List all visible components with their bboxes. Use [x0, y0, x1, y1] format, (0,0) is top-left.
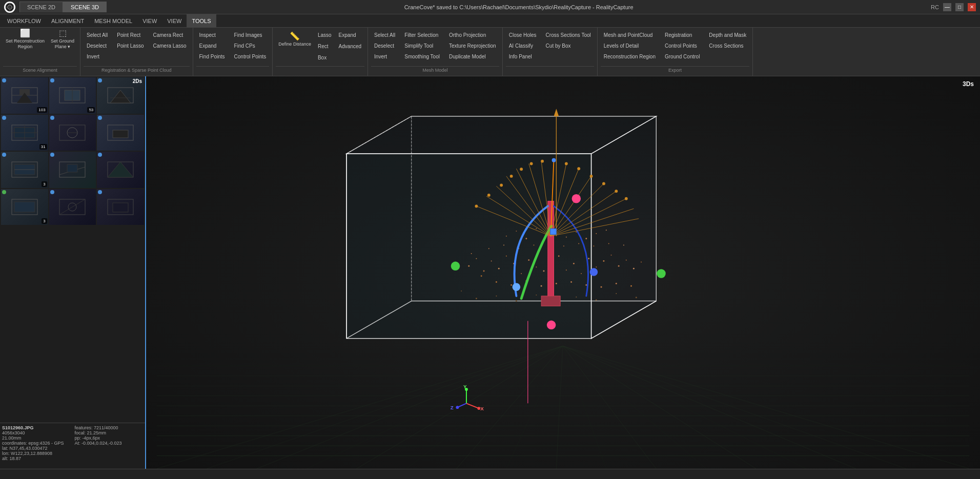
mesh-col1: Select All Deselect Invert: [371, 30, 398, 61]
texture-reprojection-button[interactable]: Texture Reprojection: [446, 40, 499, 51]
thumb-badge-1: 103: [37, 107, 47, 113]
find-points-button[interactable]: Find Points: [196, 51, 228, 61]
expand-button[interactable]: Expand: [196, 40, 228, 51]
thumbnail-12[interactable]: [97, 189, 144, 225]
app-logo[interactable]: [4, 2, 15, 13]
advanced-button[interactable]: Advanced: [336, 41, 364, 51]
thumbnail-1[interactable]: 103: [1, 77, 48, 114]
ai-classify-button[interactable]: AI Classify: [506, 40, 540, 51]
thumbnail-11[interactable]: [49, 189, 96, 225]
menu-alignment[interactable]: ALIGNMENT: [46, 14, 89, 28]
menu-mesh-model[interactable]: MESH MODEL: [89, 14, 137, 28]
statusbar: [0, 469, 980, 479]
thumb-dot-12: [98, 190, 102, 194]
menu-view2[interactable]: VIEW: [162, 14, 187, 28]
set-ground-plane-button[interactable]: ⬚ Set GroundPlane ▾: [48, 30, 77, 48]
cross-sections2-button[interactable]: Cross Sections: [706, 40, 749, 51]
select-all2-button[interactable]: Select All: [371, 30, 398, 40]
export-col1: Mesh and PointCloud Levels of Detail Rec…: [601, 30, 659, 61]
find-cps-button[interactable]: Find CPs: [231, 40, 270, 51]
rect-button[interactable]: Rect: [315, 41, 335, 51]
thumbnail-6[interactable]: [97, 115, 144, 151]
find-images-button[interactable]: Find Images: [231, 30, 270, 40]
box-button[interactable]: Box: [315, 52, 335, 63]
thumbnail-2[interactable]: 53: [49, 77, 96, 114]
thumbnail-5[interactable]: [49, 115, 96, 151]
mesh-model-label: Mesh Model: [371, 66, 499, 74]
define-distance-button[interactable]: 📏 Define Distance: [276, 30, 314, 48]
menubar: WORKFLOW ALIGNMENT MESH MODEL VIEW VIEW …: [0, 14, 980, 28]
menu-tools[interactable]: TOOLS: [187, 14, 216, 28]
thumbnail-8[interactable]: [49, 152, 96, 188]
invert2-button[interactable]: Invert: [371, 51, 398, 61]
expand2-button[interactable]: Expand: [336, 30, 364, 40]
viewport-background: [146, 76, 980, 469]
tab-scene3d[interactable]: SCENE 3D: [63, 2, 107, 12]
deselect-button[interactable]: Deselect: [84, 40, 111, 51]
simplify-tool-button[interactable]: Simplify Tool: [401, 40, 443, 51]
inspect-btns: Inspect Expand Find Points Find Images F…: [196, 30, 270, 66]
filter-selection-button[interactable]: Filter Selection: [401, 30, 443, 40]
tab-scene2d[interactable]: SCENE 2D: [19, 2, 63, 12]
ortho-projection-button[interactable]: Ortho Projection: [446, 30, 499, 40]
close-button[interactable]: ✕: [968, 3, 976, 11]
thumbnail-4[interactable]: 31: [1, 115, 48, 151]
select-btns: Select All Deselect Invert Point Rect Po…: [84, 30, 189, 66]
viewport-3d[interactable]: X Y Z 3Ds: [146, 76, 980, 469]
svg-rect-28: [67, 164, 77, 172]
rc-label: RC: [931, 4, 939, 10]
inspect-label: [196, 66, 270, 74]
lasso-col: Lasso Rect Box: [315, 30, 335, 63]
info-alt: alt: 18.87: [2, 456, 71, 461]
minimize-button[interactable]: —: [943, 3, 951, 11]
thumb-dot-1: [2, 78, 6, 82]
close-holes-col1: Close Holes AI Classify Info Panel: [506, 30, 540, 61]
thumbnail-9[interactable]: [97, 152, 144, 188]
invert-button[interactable]: Invert: [84, 51, 111, 61]
thumb-badge-4: 31: [39, 144, 47, 150]
ground-control-button[interactable]: Ground Control: [662, 51, 703, 61]
levels-detail-button[interactable]: Levels of Detail: [601, 40, 659, 51]
export-col3: Depth and Mask Cross Sections: [706, 30, 749, 51]
menu-workflow[interactable]: WORKFLOW: [2, 14, 46, 28]
svg-rect-37: [113, 203, 128, 212]
info-panel-button[interactable]: Info Panel: [506, 51, 540, 61]
thumb-dot-8: [50, 153, 54, 157]
info-filename: S1012960.JPG 4056x3040 21.00mm coordinat…: [2, 425, 71, 461]
select-all-button[interactable]: Select All: [84, 30, 111, 40]
toolbar: ⬜ Set ReconstructionRegion ⬚ Set GroundP…: [0, 28, 980, 76]
reconstruction-region-button[interactable]: Reconstruction Region: [601, 51, 659, 61]
close-holes-button[interactable]: Close Holes: [506, 30, 540, 40]
registration-button[interactable]: Registration: [662, 30, 703, 40]
scene-alignment-label: Scene Alignment: [3, 66, 77, 74]
control-points-button[interactable]: Control Points: [231, 51, 270, 61]
thumb-badge-10: 3: [42, 218, 47, 224]
svg-line-34: [59, 199, 85, 215]
camera-lasso-button[interactable]: Camera Lasso: [150, 40, 189, 51]
menu-view[interactable]: VIEW: [137, 14, 162, 28]
mesh-pointcloud-button[interactable]: Mesh and PointCloud: [601, 30, 659, 40]
deselect2-button[interactable]: Deselect: [371, 40, 398, 51]
point-rect-button[interactable]: Point Rect: [114, 30, 147, 40]
smoothing-tool-button[interactable]: Smoothing Tool: [401, 51, 443, 61]
svg-marker-7: [17, 93, 32, 103]
maximize-button[interactable]: □: [955, 3, 964, 11]
info-lat: lat: N37,45,43.030472: [2, 446, 71, 451]
duplicate-model-button[interactable]: Duplicate Model: [446, 51, 499, 61]
camera-rect-button[interactable]: Camera Rect: [150, 30, 189, 40]
thumbnail-10[interactable]: 3: [1, 189, 48, 225]
depth-mask-button[interactable]: Depth and Mask: [706, 30, 749, 40]
control-points2-button[interactable]: Control Points: [662, 40, 703, 51]
info-focal: 21.00mm: [2, 435, 71, 441]
info-dims: 4056x3040: [2, 430, 71, 435]
set-reconstruction-region-button[interactable]: ⬜ Set ReconstructionRegion: [3, 30, 47, 48]
lasso-button[interactable]: Lasso: [315, 30, 335, 40]
inspect-col1: Inspect Expand Find Points: [196, 30, 228, 61]
export-label: Export: [601, 66, 749, 74]
thumbnail-7[interactable]: 3: [1, 152, 48, 188]
inspect-button[interactable]: Inspect: [196, 30, 228, 40]
cross-sections-tool-button[interactable]: Cross Sections Tool: [543, 30, 594, 40]
titlebar-controls: RC — □ ✕: [931, 3, 976, 11]
cut-by-box-button[interactable]: Cut by Box: [543, 40, 594, 51]
point-lasso-button[interactable]: Point Lasso: [114, 40, 147, 51]
